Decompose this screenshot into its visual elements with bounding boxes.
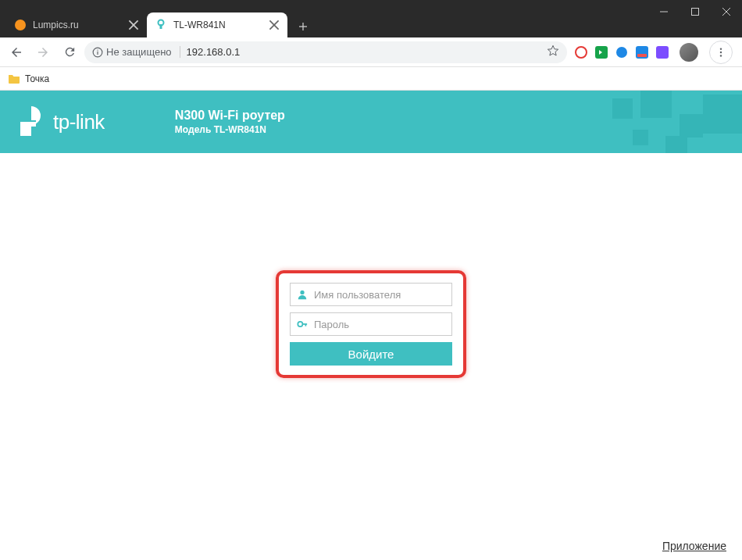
logo-area: tp-link bbox=[16, 105, 105, 139]
close-icon[interactable] bbox=[269, 20, 280, 30]
router-title: N300 Wi-Fi роутер bbox=[175, 109, 285, 123]
svg-rect-21 bbox=[656, 46, 669, 59]
omnibox[interactable]: Не защищено 192.168.0.1 bbox=[84, 41, 567, 63]
extension-icon[interactable] bbox=[595, 46, 608, 59]
brand-name: tp-link bbox=[53, 110, 105, 134]
info-icon bbox=[92, 47, 103, 58]
svg-point-27 bbox=[300, 291, 304, 294]
close-window-button[interactable] bbox=[711, 0, 742, 23]
login-form: Войдите bbox=[290, 283, 452, 366]
page-content: tp-link N300 Wi-Fi роутер Модель TL-WR84… bbox=[0, 91, 742, 560]
new-tab-button[interactable] bbox=[292, 16, 314, 37]
header-decoration bbox=[601, 91, 742, 153]
svg-point-18 bbox=[616, 47, 627, 58]
svg-rect-26 bbox=[20, 122, 36, 127]
star-icon[interactable] bbox=[547, 45, 559, 59]
svg-rect-20 bbox=[637, 54, 647, 57]
security-indicator: Не защищено bbox=[92, 46, 180, 58]
password-input[interactable] bbox=[314, 319, 445, 330]
router-model: Модель TL-WR841N bbox=[175, 124, 285, 135]
user-icon bbox=[297, 289, 308, 300]
svg-point-24 bbox=[720, 55, 722, 56]
router-header: tp-link N300 Wi-Fi роутер Модель TL-WR84… bbox=[0, 91, 742, 153]
header-text: N300 Wi-Fi роутер Модель TL-WR841N bbox=[175, 109, 285, 135]
svg-point-23 bbox=[720, 51, 722, 52]
svg-point-15 bbox=[97, 49, 98, 50]
extension-icon[interactable] bbox=[615, 46, 628, 59]
svg-point-16 bbox=[576, 47, 587, 58]
key-icon bbox=[297, 319, 308, 330]
username-input-wrap[interactable] bbox=[290, 283, 452, 306]
tplink-logo-icon bbox=[16, 105, 47, 139]
lumpics-favicon-icon bbox=[14, 19, 27, 31]
extension-icon[interactable] bbox=[636, 46, 648, 59]
avatar[interactable] bbox=[680, 43, 698, 62]
tplink-favicon-icon bbox=[155, 19, 167, 31]
password-input-wrap[interactable] bbox=[290, 312, 452, 336]
login-button[interactable]: Войдите bbox=[290, 342, 452, 366]
maximize-button[interactable] bbox=[680, 0, 711, 23]
tab-lumpics[interactable]: Lumpics.ru bbox=[6, 12, 147, 37]
bookmark-bar: Точка bbox=[0, 67, 742, 91]
menu-button[interactable] bbox=[709, 41, 733, 64]
url-text: 192.168.0.1 bbox=[187, 46, 241, 58]
svg-rect-1 bbox=[692, 9, 699, 16]
back-button[interactable] bbox=[5, 41, 28, 64]
extension-icon[interactable] bbox=[656, 46, 669, 59]
svg-point-22 bbox=[720, 48, 722, 49]
window-controls bbox=[648, 0, 742, 23]
tab-title: Lumpics.ru bbox=[33, 20, 122, 30]
address-bar: Не защищено 192.168.0.1 bbox=[0, 37, 742, 67]
app-link[interactable]: Приложение bbox=[662, 540, 726, 552]
security-label: Не защищено bbox=[106, 46, 172, 58]
extension-icon[interactable] bbox=[575, 46, 587, 59]
close-icon[interactable] bbox=[128, 20, 139, 30]
reload-button[interactable] bbox=[58, 41, 81, 64]
tab-title: TL-WR841N bbox=[173, 20, 262, 30]
folder-icon bbox=[8, 73, 20, 84]
svg-point-28 bbox=[298, 322, 302, 326]
extension-icons bbox=[570, 41, 737, 64]
forward-button[interactable] bbox=[31, 41, 55, 64]
minimize-button[interactable] bbox=[648, 0, 680, 23]
titlebar bbox=[0, 0, 742, 9]
svg-point-4 bbox=[15, 20, 26, 30]
bookmark-item[interactable]: Точка bbox=[25, 73, 49, 84]
login-area: Войдите bbox=[276, 270, 466, 378]
tab-strip: Lumpics.ru TL-WR841N bbox=[0, 9, 742, 37]
username-input[interactable] bbox=[314, 289, 445, 301]
svg-rect-8 bbox=[160, 24, 162, 29]
annotation-highlight: Войдите bbox=[276, 270, 466, 378]
tab-router[interactable]: TL-WR841N bbox=[147, 12, 287, 37]
